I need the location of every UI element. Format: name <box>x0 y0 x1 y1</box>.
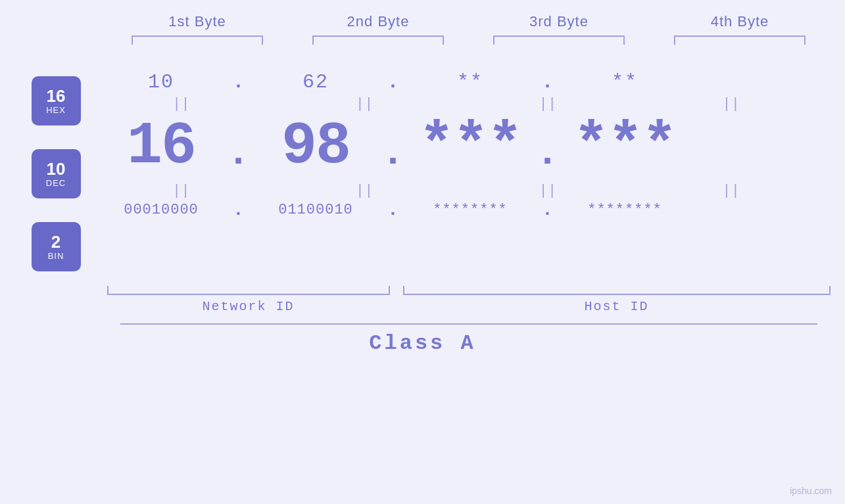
dec-row: 16 . 98 . *** . *** <box>92 113 845 180</box>
byte1-header: 1st Byte <box>125 13 270 30</box>
dec-cell-4: *** <box>556 113 694 180</box>
bracket-byte4 <box>674 35 806 45</box>
dec-val-2: 98 <box>281 113 350 180</box>
hex-val-4: ** <box>612 71 638 93</box>
rows-area: 10 . 62 . ** . ** || || || || <box>92 64 845 283</box>
network-bracket <box>107 286 390 295</box>
dec-dot-2: . <box>385 131 401 175</box>
badge-dec-label: DEC <box>46 178 66 188</box>
eq2-1: || <box>111 181 256 198</box>
hex-val-1: 10 <box>148 71 174 93</box>
network-id-label: Network ID <box>107 299 390 314</box>
hex-cell-2: 62 <box>247 71 385 93</box>
badge-bin-num: 2 <box>51 233 60 252</box>
bin-val-1: 00010000 <box>124 202 199 218</box>
host-bracket <box>403 286 831 295</box>
dec-val-1: 16 <box>127 113 195 180</box>
bottom-line <box>120 323 817 325</box>
dec-val-4: *** <box>573 113 676 180</box>
badge-hex-label: HEX <box>46 105 66 115</box>
byte-headers: 1st Byte 2nd Byte 3rd Byte 4th Byte <box>107 13 831 30</box>
badge-dec: 10 DEC <box>32 149 81 198</box>
bin-val-3: ******** <box>433 202 508 218</box>
eq2-2: || <box>295 181 439 198</box>
bin-row: 00010000 . 01100010 . ******** . *******… <box>92 200 845 220</box>
bin-dot-3: . <box>539 200 556 220</box>
hex-val-3: ** <box>457 71 483 93</box>
bin-cell-1: 00010000 <box>92 202 230 218</box>
bin-cell-2: 01100010 <box>247 202 385 218</box>
equal-row-1: || || || || <box>92 95 845 112</box>
hex-cell-3: ** <box>401 71 539 93</box>
class-label: Class A <box>369 331 475 355</box>
bin-val-2: 01100010 <box>278 202 353 218</box>
top-brackets <box>107 35 831 45</box>
badge-hex-num: 16 <box>47 87 66 106</box>
main-container: 1st Byte 2nd Byte 3rd Byte 4th Byte 16 H… <box>0 0 845 504</box>
eq1-1: || <box>111 95 256 112</box>
bracket-byte3 <box>493 35 625 45</box>
bin-dot-1: . <box>230 200 247 220</box>
host-id-label: Host ID <box>403 299 831 314</box>
bin-cell-4: ******** <box>556 202 694 218</box>
eq1-3: || <box>478 95 623 112</box>
bin-val-4: ******** <box>587 202 662 218</box>
eq2-3: || <box>478 181 623 198</box>
bin-dot-2: . <box>385 200 401 220</box>
watermark: ipshu.com <box>790 486 832 496</box>
dec-cell-3: *** <box>401 113 539 180</box>
hex-cell-4: ** <box>556 71 694 93</box>
dec-dot-1: . <box>230 131 247 175</box>
dec-val-3: *** <box>419 113 521 180</box>
eq1-4: || <box>662 95 806 112</box>
badges-column: 16 HEX 10 DEC 2 BIN <box>0 64 92 283</box>
badge-dec-num: 10 <box>47 160 66 179</box>
bracket-byte2 <box>312 35 444 45</box>
bottom-brackets <box>107 286 831 295</box>
byte3-header: 3rd Byte <box>487 13 631 30</box>
hex-dot-1: . <box>230 71 247 93</box>
dec-cell-1: 16 <box>92 113 230 180</box>
dec-cell-2: 98 <box>247 113 385 180</box>
bracket-byte1 <box>132 35 263 45</box>
eq2-4: || <box>662 181 806 198</box>
hex-cell-1: 10 <box>92 71 230 93</box>
bin-cell-3: ******** <box>401 202 539 218</box>
eq1-2: || <box>295 95 439 112</box>
hex-dot-3: . <box>539 71 556 93</box>
byte4-header: 4th Byte <box>667 13 812 30</box>
equal-row-2: || || || || <box>92 181 845 198</box>
class-row: Class A <box>0 331 845 355</box>
id-labels: Network ID Host ID <box>107 299 831 314</box>
hex-val-2: 62 <box>302 71 329 93</box>
badge-hex: 16 HEX <box>32 76 81 126</box>
hex-row: 10 . 62 . ** . ** <box>92 71 845 93</box>
byte2-header: 2nd Byte <box>306 13 450 30</box>
hex-dot-2: . <box>385 71 401 93</box>
badge-bin-label: BIN <box>48 251 64 261</box>
main-grid: 16 HEX 10 DEC 2 BIN 10 . 62 <box>0 64 845 283</box>
badge-bin: 2 BIN <box>32 222 81 271</box>
dec-dot-3: . <box>539 131 556 175</box>
